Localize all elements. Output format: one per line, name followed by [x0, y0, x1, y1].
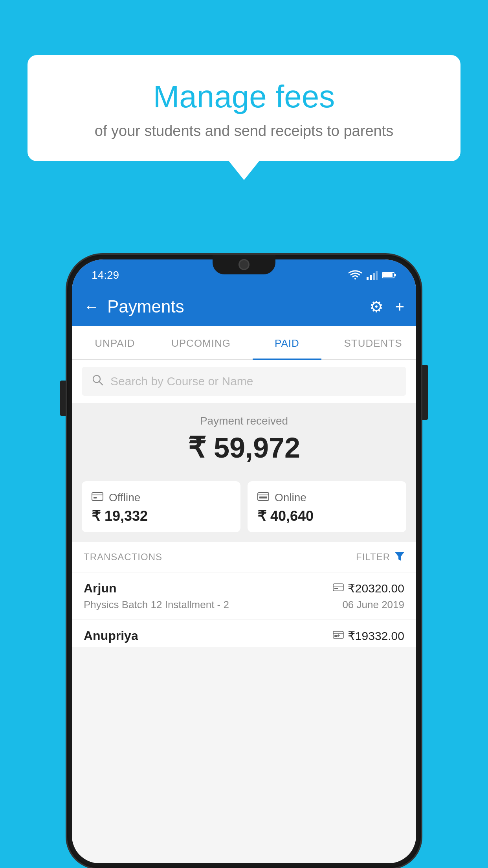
app-header: ← Payments ⚙ + — [72, 287, 416, 326]
status-icons — [349, 270, 396, 280]
svg-rect-9 — [92, 493, 103, 500]
speech-bubble-container: Manage fees of your students and send re… — [28, 55, 460, 161]
payment-received-section: Payment received ₹ 59,972 — [72, 403, 416, 474]
online-amount: ₹ 40,640 — [257, 508, 396, 524]
tab-unpaid[interactable]: UNPAID — [72, 326, 158, 359]
header-title: Payments — [107, 297, 184, 316]
svg-line-8 — [99, 382, 103, 385]
phone-frame: 14:29 — [67, 255, 421, 868]
transaction-anupriya-top: Anupriya ₹19332.00 — [84, 629, 404, 643]
transaction-arjun-bottom: Physics Batch 12 Installment - 2 06 June… — [84, 599, 404, 611]
svg-rect-3 — [376, 271, 378, 280]
transaction-anupriya-amount-wrap: ₹19332.00 — [333, 629, 404, 643]
transaction-arjun-amount: ₹20320.00 — [348, 581, 404, 595]
search-container: Search by Course or Name — [72, 360, 416, 403]
speech-bubble: Manage fees of your students and send re… — [28, 55, 460, 161]
payment-cards: Offline ₹ 19,332 — [72, 474, 416, 542]
transaction-arjun-type-icon — [333, 583, 344, 594]
offline-card-header: Offline — [92, 491, 231, 504]
camera — [238, 259, 250, 270]
transaction-row[interactable]: Arjun ₹20320.00 — [72, 572, 416, 620]
svg-rect-2 — [373, 273, 375, 280]
transaction-anupriya-name: Anupriya — [84, 629, 138, 643]
svg-rect-6 — [383, 273, 393, 277]
svg-rect-12 — [259, 497, 267, 498]
tabs-container: UNPAID UPCOMING PAID STUDENTS — [72, 326, 416, 360]
svg-rect-15 — [333, 631, 343, 638]
transaction-row-partial[interactable]: Anupriya ₹19332.00 — [72, 620, 416, 647]
notch — [213, 255, 275, 274]
transaction-arjun-amount-wrap: ₹20320.00 — [333, 581, 404, 595]
filter-container[interactable]: FILTER — [356, 551, 404, 563]
online-label: Online — [275, 491, 306, 504]
search-icon — [92, 374, 103, 389]
svg-rect-5 — [394, 274, 396, 276]
online-card-header: Online — [257, 491, 396, 504]
payment-received-label: Payment received — [72, 415, 416, 427]
background: Manage fees of your students and send re… — [0, 0, 488, 868]
svg-rect-16 — [334, 635, 338, 637]
online-icon — [257, 491, 269, 504]
online-payment-card: Online ₹ 40,640 — [248, 481, 406, 532]
tab-upcoming[interactable]: UPCOMING — [158, 326, 244, 359]
svg-rect-13 — [333, 584, 343, 591]
phone-outer: 14:29 — [67, 255, 421, 868]
offline-payment-card: Offline ₹ 19,332 — [82, 481, 240, 532]
svg-rect-0 — [367, 277, 369, 280]
offline-label: Offline — [109, 491, 140, 504]
svg-rect-10 — [94, 497, 97, 498]
payment-amount: ₹ 59,972 — [72, 431, 416, 464]
tab-paid[interactable]: PAID — [244, 326, 330, 359]
transaction-arjun-name: Arjun — [84, 581, 117, 596]
add-button[interactable]: + — [395, 298, 404, 316]
back-button[interactable]: ← — [84, 298, 99, 316]
settings-button[interactable]: ⚙ — [369, 298, 383, 316]
status-time: 14:29 — [92, 269, 119, 281]
filter-label: FILTER — [356, 552, 390, 563]
transaction-arjun-date: 06 June 2019 — [342, 599, 404, 611]
header-left: ← Payments — [84, 297, 184, 316]
svg-rect-14 — [334, 588, 338, 589]
bubble-subtitle: of your students and send receipts to pa… — [47, 123, 441, 140]
wifi-icon — [349, 270, 362, 280]
transaction-arjun-top: Arjun ₹20320.00 — [84, 581, 404, 596]
search-bar[interactable]: Search by Course or Name — [82, 367, 406, 396]
bubble-title: Manage fees — [47, 79, 441, 115]
signal-icon — [367, 270, 378, 280]
phone-screen: 14:29 — [72, 259, 416, 863]
transactions-label: TRANSACTIONS — [84, 552, 162, 563]
transactions-header: TRANSACTIONS FILTER — [72, 542, 416, 572]
filter-icon — [395, 551, 404, 563]
transaction-anupriya-amount: ₹19332.00 — [348, 629, 404, 643]
tab-students[interactable]: STUDENTS — [330, 326, 416, 359]
offline-amount: ₹ 19,332 — [92, 508, 231, 524]
transaction-anupriya-type-icon — [333, 631, 344, 642]
search-placeholder: Search by Course or Name — [110, 375, 253, 388]
offline-icon — [92, 491, 103, 504]
svg-rect-1 — [370, 275, 372, 280]
header-right: ⚙ + — [369, 298, 404, 316]
battery-icon — [382, 271, 396, 279]
transaction-arjun-course: Physics Batch 12 Installment - 2 — [84, 599, 229, 611]
